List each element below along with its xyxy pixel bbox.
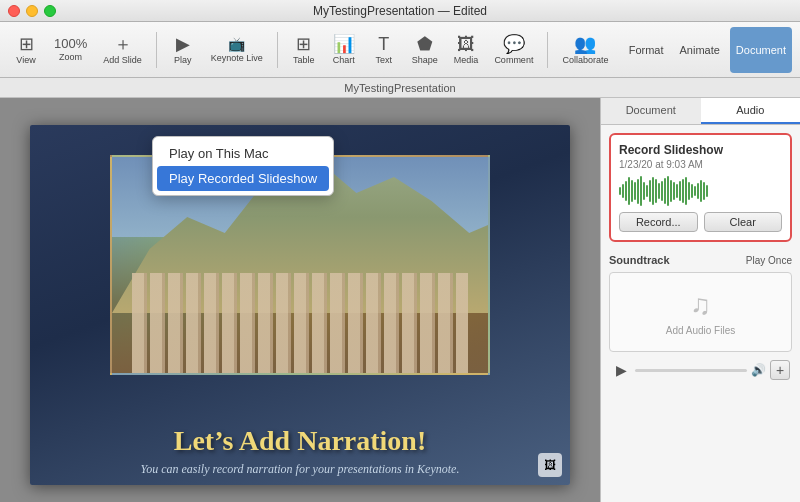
collaborate-button[interactable]: 👥 Collaborate: [556, 27, 614, 73]
add-slide-icon: ＋: [114, 35, 132, 53]
toolbar-right: Format Animate Document: [623, 27, 792, 73]
table-button[interactable]: ⊞ Table: [286, 27, 322, 73]
comment-icon: 💬: [503, 35, 525, 53]
traffic-lights: [8, 5, 56, 17]
divider3: [547, 32, 548, 68]
close-button[interactable]: [8, 5, 20, 17]
shape-label: Shape: [412, 55, 438, 65]
play-button[interactable]: ▶ Play: [165, 27, 201, 73]
chart-button[interactable]: 📊 Chart: [326, 27, 362, 73]
add-audio-button[interactable]: +: [770, 360, 790, 380]
table-icon: ⊞: [296, 35, 311, 53]
waveform: [619, 176, 782, 206]
view-icon: ⊞: [19, 35, 34, 53]
play-label: Play: [174, 55, 192, 65]
progress-track[interactable]: [635, 369, 747, 372]
record-card-date: 1/23/20 at 9:03 AM: [619, 159, 782, 170]
audio-tab[interactable]: Audio: [701, 98, 801, 124]
record-buttons: Record... Clear: [619, 212, 782, 232]
animate-button[interactable]: Animate: [674, 27, 726, 73]
volume-button[interactable]: 🔊: [751, 363, 766, 377]
main-content: Let’s Add Narration! You can easily reco…: [0, 98, 800, 502]
format-label: Format: [629, 44, 664, 56]
document-label: Document: [736, 44, 786, 56]
add-slide-label: Add Slide: [103, 55, 142, 65]
keynote-live-icon: 📺: [228, 37, 245, 51]
media-icon: 🖼: [457, 35, 475, 53]
playback-controls: ▶ 🔊 +: [609, 360, 792, 380]
view-label: View: [16, 55, 35, 65]
divider2: [277, 32, 278, 68]
record-button[interactable]: Record...: [619, 212, 698, 232]
add-slide-button[interactable]: ＋ Add Slide: [97, 27, 148, 73]
text-button[interactable]: T Text: [366, 27, 402, 73]
chart-icon: 📊: [333, 35, 355, 53]
document-button[interactable]: Document: [730, 27, 792, 73]
play-dropdown-menu: Play on This Mac Play Recorded Slideshow: [152, 136, 334, 196]
shape-icon: ⬟: [417, 35, 433, 53]
music-note-icon: ♫: [690, 289, 711, 321]
text-label: Text: [376, 55, 393, 65]
soundtrack-label: Soundtrack: [609, 254, 670, 266]
table-label: Table: [293, 55, 315, 65]
comment-label: Comment: [494, 55, 533, 65]
animate-label: Animate: [680, 44, 720, 56]
zoom-label: Zoom: [59, 52, 82, 62]
record-card: Record Slideshow 1/23/20 at 9:03 AM Reco…: [609, 133, 792, 242]
audio-drop-label: Add Audio Files: [666, 325, 736, 336]
soundtrack-header: Soundtrack Play Once: [609, 254, 792, 266]
text-icon: T: [378, 35, 389, 53]
clear-button[interactable]: Clear: [704, 212, 783, 232]
keynote-live-label: Keynote Live: [211, 53, 263, 63]
city-buildings: [132, 273, 468, 373]
zoom-button[interactable]: 100% Zoom: [48, 27, 93, 73]
view-button[interactable]: ⊞ View: [8, 27, 44, 73]
format-button[interactable]: Format: [623, 27, 670, 73]
play-pause-button[interactable]: ▶: [611, 360, 631, 380]
breadcrumb-bar: MyTestingPresentation: [0, 78, 800, 98]
right-panel: Document Audio Record Slideshow 1/23/20 …: [600, 98, 800, 502]
comment-button[interactable]: 💬 Comment: [488, 27, 539, 73]
minimize-button[interactable]: [26, 5, 38, 17]
breadcrumb-text: MyTestingPresentation: [344, 82, 455, 94]
collaborate-label: Collaborate: [562, 55, 608, 65]
zoom-icon: 100%: [54, 37, 87, 50]
keynote-live-button[interactable]: 📺 Keynote Live: [205, 27, 269, 73]
audio-drop-area[interactable]: ♫ Add Audio Files: [609, 272, 792, 352]
play-icon: ▶: [176, 35, 190, 53]
media-button[interactable]: 🖼 Media: [448, 27, 485, 73]
chart-label: Chart: [333, 55, 355, 65]
collaborate-icon: 👥: [574, 35, 596, 53]
slide-area[interactable]: Let’s Add Narration! You can easily reco…: [0, 98, 600, 502]
panel-tabs: Document Audio: [601, 98, 800, 125]
maximize-button[interactable]: [44, 5, 56, 17]
divider1: [156, 32, 157, 68]
panel-body: Record Slideshow 1/23/20 at 9:03 AM Reco…: [601, 125, 800, 502]
play-recorded-slideshow-item[interactable]: Play Recorded Slideshow: [157, 166, 329, 191]
waveform-area: [619, 176, 782, 206]
document-tab[interactable]: Document: [601, 98, 701, 124]
shape-button[interactable]: ⬟ Shape: [406, 27, 444, 73]
record-card-title: Record Slideshow: [619, 143, 782, 157]
toolbar: ⊞ View 100% Zoom ＋ Add Slide ▶ Play 📺 Ke…: [0, 22, 800, 78]
slide-subtitle: You can easily record narration for your…: [30, 462, 570, 477]
media-label: Media: [454, 55, 479, 65]
window-title: MyTestingPresentation — Edited: [313, 4, 487, 18]
slide-title: Let’s Add Narration!: [30, 425, 570, 457]
title-bar: MyTestingPresentation — Edited: [0, 0, 800, 22]
play-on-this-mac-item[interactable]: Play on This Mac: [157, 141, 329, 166]
play-once-control[interactable]: Play Once: [746, 255, 792, 266]
slide-overlay-icon: 🖼: [538, 453, 562, 477]
